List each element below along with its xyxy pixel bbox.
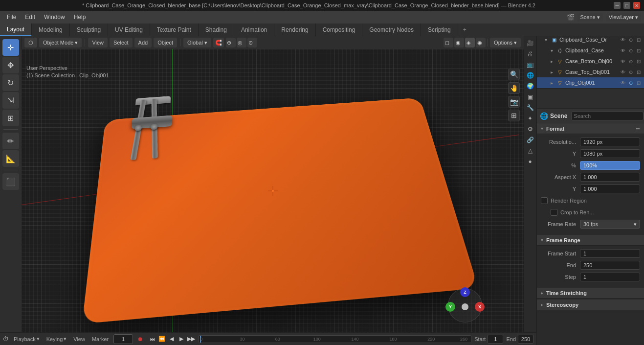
tool-rotate[interactable]: ↻	[2, 74, 19, 91]
view-layer-dropdown[interactable]: ViewLayer ▾	[606, 13, 641, 22]
crop-checkbox[interactable]	[551, 209, 557, 216]
properties-search-input[interactable]	[571, 112, 644, 120]
play-btn[interactable]: ▶	[177, 335, 186, 344]
workspace-tab-layout[interactable]: Layout	[0, 23, 32, 36]
timeline-playback-btn[interactable]: Playback ▾	[12, 336, 42, 342]
render-region-checkbox[interactable]	[541, 197, 548, 204]
object-mode-dropdown[interactable]: Object Mode ▾	[39, 38, 82, 47]
maximize-button[interactable]: □	[623, 2, 630, 9]
frame-end-field[interactable]: 250	[580, 261, 640, 270]
next-frame-btn[interactable]: ▶▶	[187, 335, 196, 344]
scene-dropdown[interactable]: Scene ▾	[577, 13, 603, 22]
props-icon-data[interactable]: △	[525, 146, 535, 156]
props-icon-world[interactable]: 🌍	[525, 81, 535, 91]
vis-render-4[interactable]: ⊡	[635, 79, 642, 86]
frame-start-field[interactable]: 1	[580, 249, 640, 258]
minimize-button[interactable]: ─	[614, 2, 621, 9]
menu-window[interactable]: Window	[40, 13, 69, 22]
props-icon-particles[interactable]: ✦	[525, 114, 535, 123]
vis-eye-4[interactable]: 👁	[620, 79, 626, 86]
tool-move[interactable]: ✥	[2, 57, 19, 73]
outliner-row-1[interactable]: ▾ ⟨⟩ Clipboard_Case 👁 ⊙ ⊡	[537, 45, 644, 56]
workspace-tab-rendering[interactable]: Rendering	[274, 23, 315, 36]
timeline-view-btn[interactable]: View	[71, 336, 87, 342]
vis-render-2[interactable]: ⊡	[635, 58, 642, 65]
frame-step-field[interactable]: 1	[580, 273, 640, 281]
prev-frame-btn[interactable]: ◀	[167, 335, 176, 344]
workspace-tab-scripting[interactable]: Scripting	[421, 23, 458, 36]
workspace-tab-sculpting[interactable]: Sculpting	[70, 23, 108, 36]
props-icon-modifier[interactable]: 🔧	[525, 103, 535, 113]
time-stretching-header[interactable]: ▸ Time Stretching	[537, 288, 644, 299]
workspace-tab-geometry-nodes[interactable]: Geometry Nodes	[362, 23, 421, 36]
scene-canvas[interactable]: User Perspective (1) Scene Collection | …	[22, 49, 524, 332]
workspace-add-button[interactable]: +	[458, 23, 471, 36]
zoom-in-btn[interactable]: 🔍	[508, 69, 520, 80]
props-icon-constraints[interactable]: 🔗	[525, 135, 535, 145]
transform-btn-1[interactable]: ⊕	[226, 38, 236, 47]
vis-cursor-0[interactable]: ⊙	[627, 36, 634, 43]
workspace-tab-texture-paint[interactable]: Texture Paint	[150, 23, 199, 36]
gizmo-y-axis[interactable]: Y	[445, 302, 455, 312]
workspace-tab-modeling[interactable]: Modeling	[32, 23, 70, 36]
aspect-x-field[interactable]: 1.000	[580, 173, 640, 182]
resolution-x-field[interactable]: 1920 px	[580, 138, 640, 146]
frame-rate-dropdown[interactable]: 30 fps ▾	[580, 220, 640, 229]
menu-edit[interactable]: Edit	[21, 13, 39, 22]
viewport-editor-type-btn[interactable]: ⬡	[24, 38, 37, 47]
resolution-y-field[interactable]: 1080 px	[580, 149, 640, 158]
vis-render-1[interactable]: ⊡	[635, 47, 642, 54]
props-icon-material[interactable]: ●	[525, 157, 535, 166]
menu-file[interactable]: File	[3, 13, 20, 22]
frame-range-header[interactable]: ▾ Frame Range	[537, 235, 644, 246]
vis-cursor-3[interactable]: ⊙	[627, 69, 634, 75]
viewport-shading-wire[interactable]: ◻	[444, 38, 453, 47]
transform-btn-3[interactable]: ⊙	[247, 38, 257, 47]
tool-cursor[interactable]: ✛	[2, 39, 19, 56]
timeline-marker-btn[interactable]: Marker	[90, 336, 111, 342]
props-icon-physics[interactable]: ⚙	[525, 124, 535, 134]
props-icon-object[interactable]: ▣	[525, 92, 535, 102]
jump-start-btn[interactable]: ⏮	[148, 335, 156, 344]
workspace-tab-compositing[interactable]: Compositing	[316, 23, 363, 36]
viewport-shading-render[interactable]: ◉	[476, 38, 486, 47]
viewport-magnet-btn[interactable]: 🧲	[213, 38, 224, 47]
props-icon-render[interactable]: 🎥	[525, 38, 535, 48]
timeline-record-btn[interactable]: ⏺	[136, 335, 145, 344]
camera-btn[interactable]: 📷	[508, 96, 520, 108]
viewport-options-btn[interactable]: Options ▾	[490, 38, 521, 47]
vis-eye-2[interactable]: 👁	[620, 58, 626, 65]
vis-eye-3[interactable]: 👁	[620, 69, 626, 75]
viewport-global-btn[interactable]: Global ▾	[183, 38, 211, 47]
viewport-object-btn[interactable]: Object	[154, 38, 177, 47]
vis-render-0[interactable]: ⊡	[635, 36, 642, 43]
props-icon-output[interactable]: 🖨	[525, 49, 535, 59]
navigation-gizmo[interactable]: Z X Y	[445, 288, 485, 327]
current-frame-display[interactable]: 1	[113, 334, 133, 344]
render-icon[interactable]: 🎬	[567, 14, 575, 21]
gizmo-x-axis[interactable]: X	[475, 302, 485, 312]
viewport-select-btn[interactable]: Select	[110, 38, 133, 47]
tool-measure[interactable]: 📐	[2, 150, 19, 167]
workspace-tab-shading[interactable]: Shading	[199, 23, 234, 36]
transform-btn-2[interactable]: ◎	[237, 38, 246, 47]
viewport-shading-solid[interactable]: ◉	[454, 38, 464, 47]
start-frame-field[interactable]: 1	[488, 335, 503, 344]
tool-scale[interactable]: ⇲	[2, 92, 19, 109]
outliner-row-4[interactable]: ▸ ▽ Clip_Obj001 👁 ⊙ ⊡	[537, 77, 644, 88]
gizmo-z-axis[interactable]: Z	[460, 287, 470, 297]
timeline-track[interactable]: 0 30 60 100 140 180 220 260	[199, 335, 471, 343]
vis-eye-1[interactable]: 👁	[620, 47, 626, 54]
props-icon-scene[interactable]: 🌐	[525, 70, 535, 80]
grid-btn[interactable]: ⊞	[508, 110, 520, 121]
timeline-keying-btn[interactable]: Keying ▾	[44, 336, 69, 342]
gizmo-center[interactable]	[462, 303, 468, 310]
format-list-icon[interactable]: ☰	[636, 126, 640, 131]
aspect-y-field[interactable]: 1.000	[580, 184, 640, 193]
menu-help[interactable]: Help	[70, 13, 90, 22]
vis-cursor-4[interactable]: ⊙	[627, 79, 634, 86]
vis-render-3[interactable]: ⊡	[635, 69, 642, 75]
vis-cursor-2[interactable]: ⊙	[627, 58, 634, 65]
prev-keyframe-btn[interactable]: ⏪	[157, 335, 166, 344]
format-section-header[interactable]: ▾ Format ☰	[537, 123, 644, 134]
